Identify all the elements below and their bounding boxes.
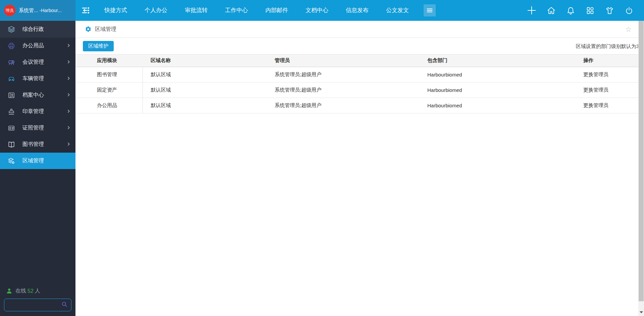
chevron-right-icon [66, 92, 71, 98]
topbar: 理员 系统管... -Harbour... 快捷方式个人办公审批流转工作中心内部… [0, 0, 644, 21]
projector-icon [8, 59, 15, 66]
scrollbar-down-button[interactable] [638, 309, 644, 316]
breadcrumb: 区域管理 ☆ [75, 21, 638, 38]
sidebar-item-label: 证照管理 [22, 124, 44, 131]
archive-icon [8, 92, 15, 99]
stamp-icon [8, 108, 15, 115]
column-header-4: 操作 [575, 55, 638, 67]
top-menu-item-1[interactable]: 个人办公 [136, 0, 176, 21]
sidebar-item-label: 车辆管理 [22, 75, 44, 82]
apps-icon[interactable] [585, 5, 595, 15]
online-count: 52 [28, 288, 34, 294]
column-header-3: 包含部门 [419, 55, 575, 67]
online-suffix: 人 [35, 287, 40, 295]
topbar-menu: 快捷方式个人办公审批流转工作中心内部邮件文档中心信息发布公文发文 [75, 0, 644, 21]
vertical-scrollbar[interactable] [638, 21, 644, 316]
idcard-icon [8, 124, 15, 132]
sidebar-module-label: 综合行政 [22, 26, 44, 33]
scrollbar-thumb[interactable] [639, 21, 644, 301]
table-row: 办公用品默认区域系统管理员;超级用户Harbourbiomed更换管理员 [75, 98, 638, 113]
more-menu-icon[interactable] [424, 4, 436, 16]
sidebar-module-header[interactable]: 综合行政 [0, 21, 75, 38]
shirt-icon[interactable] [604, 5, 614, 15]
cell-module: 固定资产 [75, 82, 143, 98]
sidebar-item-0[interactable]: 办公用品 [0, 38, 75, 54]
user-name: 系统管... [19, 7, 38, 14]
top-menu-item-5[interactable]: 文档中心 [297, 0, 337, 21]
printer-icon [8, 42, 15, 50]
cell-module: 办公用品 [75, 98, 143, 113]
cell-action[interactable]: 更换管理员 [575, 82, 638, 98]
sidebar-item-5[interactable]: 证照管理 [0, 120, 75, 136]
column-header-0: 应用模块 [75, 55, 143, 67]
sidebar-item-label: 会议管理 [22, 59, 44, 66]
layers-icon [8, 25, 15, 33]
collapse-menu-icon[interactable] [75, 6, 96, 15]
favorite-star-icon[interactable]: ☆ [625, 26, 632, 33]
chevron-right-icon [66, 43, 71, 49]
chevron-right-icon [66, 125, 71, 131]
cell-action[interactable]: 更换管理员 [575, 67, 638, 82]
gear-icon [85, 26, 92, 33]
online-status: 在线 52 人 [6, 287, 75, 295]
topbar-right-icons [527, 5, 644, 15]
person-icon [6, 288, 12, 294]
user-section[interactable]: 理员 系统管... -Harbour... [0, 0, 75, 21]
toolbar: 区域维护 区域设置的部门级别默认为3级 [75, 38, 638, 55]
sidebar-item-label: 档案中心 [22, 92, 44, 99]
avatar[interactable]: 理员 [4, 5, 15, 16]
plus-icon[interactable] [527, 5, 537, 15]
column-header-2: 管理员 [267, 55, 419, 67]
bell-icon[interactable] [566, 5, 576, 15]
sidebar-search [4, 299, 71, 311]
search-icon[interactable] [61, 301, 68, 309]
cell-region: 默认区域 [143, 82, 267, 98]
main-content: 区域管理 ☆ 区域维护 区域设置的部门级别默认为3级 应用模块区域名称管理员包含… [75, 21, 638, 316]
cell-admin: 系统管理员;超级用户 [267, 82, 419, 98]
sidebar-item-3[interactable]: 档案中心 [0, 87, 75, 103]
cell-departments: Harbourbiomed [419, 82, 575, 98]
table-row: 固定资产默认区域系统管理员;超级用户Harbourbiomed更换管理员 [75, 82, 638, 98]
sidebar-item-label: 图书管理 [22, 141, 44, 148]
chevron-right-icon [66, 109, 71, 115]
sidebar-item-7[interactable]: 区域管理 [0, 153, 75, 169]
change-admin-action[interactable]: 更换管理员 [583, 102, 608, 108]
sidebar-footer: 在线 52 人 [0, 287, 75, 316]
online-prefix: 在线 [15, 287, 26, 295]
top-menu-item-0[interactable]: 快捷方式 [96, 0, 136, 21]
user-org: -Harbour... [40, 8, 62, 13]
sidebar-item-label: 区域管理 [22, 157, 44, 164]
cell-module: 图书管理 [75, 67, 143, 82]
cell-departments: Harbourbiomed [419, 98, 575, 113]
sidebar-item-4[interactable]: 印章管理 [0, 103, 75, 120]
book-icon [8, 141, 15, 148]
cell-admin: 系统管理员;超级用户 [267, 67, 419, 82]
top-menu-item-6[interactable]: 信息发布 [337, 0, 377, 21]
sidebar-item-2[interactable]: 车辆管理 [0, 70, 75, 87]
sidebar-item-6[interactable]: 图书管理 [0, 136, 75, 153]
sidebar-item-label: 办公用品 [22, 42, 44, 49]
change-admin-action[interactable]: 更换管理员 [583, 71, 608, 77]
chevron-right-icon [66, 59, 71, 65]
search-input[interactable] [8, 302, 61, 308]
cell-action[interactable]: 更换管理员 [575, 98, 638, 113]
down-arrow-icon [640, 311, 643, 313]
sidebar-item-1[interactable]: 会议管理 [0, 54, 75, 70]
table-row: 图书管理默认区域系统管理员;超级用户Harbourbiomed更换管理员 [75, 67, 638, 82]
table-header-row: 应用模块区域名称管理员包含部门操作 [75, 55, 638, 67]
top-menu-item-7[interactable]: 公文发文 [377, 0, 418, 21]
top-menu-item-2[interactable]: 审批流转 [176, 0, 216, 21]
cell-admin: 系统管理员;超级用户 [267, 98, 419, 113]
power-icon[interactable] [624, 5, 634, 15]
top-menu: 快捷方式个人办公审批流转工作中心内部邮件文档中心信息发布公文发文 [96, 0, 418, 21]
change-admin-action[interactable]: 更换管理员 [583, 87, 608, 93]
column-header-1: 区域名称 [143, 55, 267, 67]
top-menu-item-4[interactable]: 内部邮件 [257, 0, 297, 21]
region-icon [8, 157, 15, 165]
cell-region: 默认区域 [143, 98, 267, 113]
home-icon[interactable] [546, 5, 556, 15]
region-maintain-button[interactable]: 区域维护 [83, 41, 114, 51]
cell-region: 默认区域 [143, 67, 267, 82]
chevron-right-icon [66, 142, 71, 148]
top-menu-item-3[interactable]: 工作中心 [216, 0, 257, 21]
